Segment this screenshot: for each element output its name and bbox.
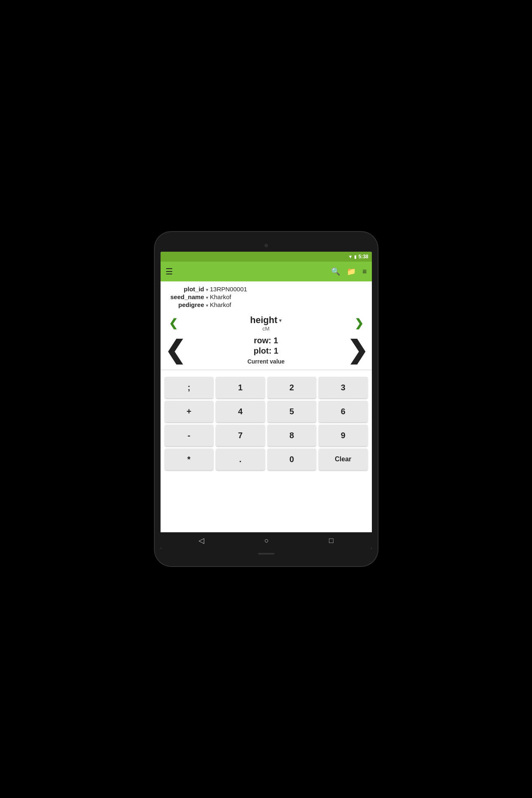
clear-button[interactable]: Clear xyxy=(319,449,368,470)
key-minus[interactable]: - xyxy=(165,425,214,446)
field-row-seed-name: seed_name ▾ Kharkof xyxy=(167,293,365,300)
keypad: ; 1 2 3 + 4 5 6 - 7 8 9 * xyxy=(161,373,372,475)
wifi-icon: ▼ xyxy=(348,254,353,259)
keypad-row-0: ; 1 2 3 xyxy=(165,377,368,398)
key-3[interactable]: 3 xyxy=(319,377,368,398)
pedigree-arrow: ▾ xyxy=(206,303,208,308)
key-dot[interactable]: . xyxy=(216,449,265,470)
key-7[interactable]: 7 xyxy=(216,425,265,446)
plot-id-value: 13RPN00001 xyxy=(210,286,247,293)
field-info: plot_id ▾ 13RPN00001 seed_name ▾ Kharkof… xyxy=(161,281,372,312)
current-value-label: Current value xyxy=(247,358,284,365)
back-nav-icon[interactable]: ◁ xyxy=(199,536,204,545)
key-multiply[interactable]: * xyxy=(165,449,214,470)
key-9[interactable]: 9 xyxy=(319,425,368,446)
keypad-row-3: * . 0 Clear xyxy=(165,449,368,470)
app-bar-left: ☰ xyxy=(166,267,173,276)
content-area: plot_id ▾ 13RPN00001 seed_name ▾ Kharkof… xyxy=(161,281,372,532)
seed-name-label: seed_name xyxy=(167,293,204,300)
field-row-plot-id: plot_id ▾ 13RPN00001 xyxy=(167,286,365,293)
row-info: row: 1 xyxy=(254,336,278,345)
screen: ▼ ▮ 5:38 ☰ 🔍 📁 ≡ plot_id ▾ 13 xyxy=(161,252,372,549)
trait-next-button[interactable]: ❯ xyxy=(351,315,367,331)
app-bar: ☰ 🔍 📁 ≡ xyxy=(161,262,372,281)
plot-id-arrow: ▾ xyxy=(206,287,208,293)
device-bottom xyxy=(161,549,372,559)
key-6[interactable]: 6 xyxy=(319,401,368,422)
trait-nav: ❮ height ▾ cM ❯ xyxy=(161,312,372,333)
menu-icon[interactable]: ☰ xyxy=(166,267,173,276)
status-icons: ▼ ▮ 5:38 xyxy=(348,254,369,260)
key-semicolon[interactable]: ; xyxy=(165,377,214,398)
plot-next-button[interactable]: ❯ xyxy=(345,338,370,363)
key-plus[interactable]: + xyxy=(165,401,214,422)
plot-center: row: 1 plot: 1 Current value xyxy=(188,336,345,365)
keypad-row-1: + 4 5 6 xyxy=(165,401,368,422)
search-icon[interactable]: 🔍 xyxy=(331,267,340,276)
key-8[interactable]: 8 xyxy=(267,425,317,446)
trait-unit: cM xyxy=(262,326,270,332)
key-1[interactable]: 1 xyxy=(216,377,265,398)
device-top xyxy=(161,239,372,252)
battery-icon: ▮ xyxy=(354,254,357,260)
status-bar: ▼ ▮ 5:38 xyxy=(161,252,372,262)
home-nav-icon[interactable]: ○ xyxy=(265,536,269,545)
key-2[interactable]: 2 xyxy=(267,377,317,398)
plot-nav: ❮ row: 1 plot: 1 Current value ❯ xyxy=(161,334,372,366)
home-indicator xyxy=(258,553,274,555)
key-4[interactable]: 4 xyxy=(216,401,265,422)
camera xyxy=(265,244,268,247)
status-time: 5:38 xyxy=(358,254,368,260)
pedigree-label: pedigree xyxy=(167,301,204,308)
key-5[interactable]: 5 xyxy=(267,401,317,422)
plot-id-label: plot_id xyxy=(167,286,204,293)
recent-nav-icon[interactable]: □ xyxy=(329,536,333,545)
pedigree-value: Kharkof xyxy=(210,301,232,308)
seed-name-value: Kharkof xyxy=(210,293,232,300)
field-row-pedigree: pedigree ▾ Kharkof xyxy=(167,301,365,308)
divider xyxy=(161,370,372,370)
trait-dropdown-icon[interactable]: ▾ xyxy=(279,317,282,323)
keypad-row-2: - 7 8 9 xyxy=(165,425,368,446)
plot-prev-button[interactable]: ❮ xyxy=(162,338,188,363)
trait-name: height xyxy=(250,315,277,326)
list-icon[interactable]: ≡ xyxy=(362,267,367,276)
trait-prev-button[interactable]: ❮ xyxy=(166,315,181,331)
folder-icon[interactable]: 📁 xyxy=(347,267,356,276)
key-0[interactable]: 0 xyxy=(267,449,317,470)
trait-name-row: height ▾ xyxy=(250,315,282,326)
plot-info: plot: 1 xyxy=(254,346,279,356)
seed-name-arrow: ▾ xyxy=(206,295,208,300)
trait-center: height ▾ cM xyxy=(181,315,351,332)
app-bar-right: 🔍 📁 ≡ xyxy=(331,267,367,276)
bottom-nav: ◁ ○ □ xyxy=(161,532,372,549)
tablet-device: ▼ ▮ 5:38 ☰ 🔍 📁 ≡ plot_id ▾ 13 xyxy=(155,232,378,566)
